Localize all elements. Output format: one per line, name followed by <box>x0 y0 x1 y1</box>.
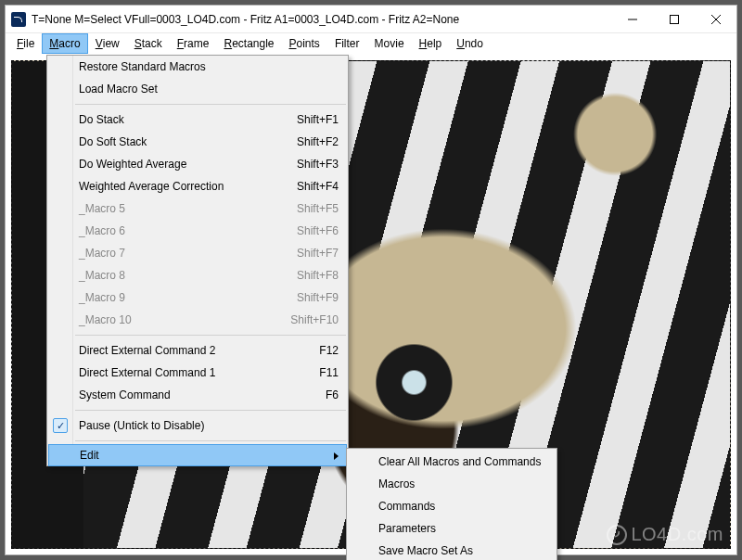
menu-item-direct-external-command-2[interactable]: Direct External Command 2F12 <box>47 339 348 362</box>
menu-item--macro-9: _Macro 9Shift+F9 <box>47 286 348 309</box>
menu-separator <box>75 335 346 336</box>
submenu-item-macros[interactable]: Macros <box>347 473 556 495</box>
titlebar: T=None M=Select VFull=0003_LO4D.com - Fr… <box>6 6 736 33</box>
menu-item--macro-6: _Macro 6Shift+F6 <box>47 220 348 242</box>
submenu-item-parameters[interactable]: Parameters <box>347 517 556 540</box>
menu-item-label: Direct External Command 1 <box>79 366 215 379</box>
menu-item-do-soft-stack[interactable]: Do Soft StackShift+F2 <box>47 131 348 153</box>
menu-separator <box>75 410 346 411</box>
macro-dropdown: Restore Standard MacrosLoad Macro SetDo … <box>46 55 349 466</box>
menu-separator <box>75 104 346 105</box>
menu-item-direct-external-command-1[interactable]: Direct External Command 1F11 <box>47 362 348 384</box>
menu-item-restore-standard-macros[interactable]: Restore Standard Macros <box>47 56 348 78</box>
menu-item-edit[interactable]: Edit <box>48 444 347 466</box>
menu-frame[interactable]: Frame <box>170 33 217 54</box>
submenu-item-save-macro-set-as[interactable]: Save Macro Set As <box>347 540 556 560</box>
menu-item-label: _Macro 8 <box>79 269 125 282</box>
menu-stack[interactable]: Stack <box>127 33 170 54</box>
menu-item-shortcut: Shift+F8 <box>297 269 339 282</box>
menu-help[interactable]: Help <box>412 33 450 54</box>
menu-item-weighted-average-correction[interactable]: Weighted Average CorrectionShift+F4 <box>47 175 348 197</box>
menu-rectangle[interactable]: Rectangle <box>216 33 281 54</box>
menu-movie[interactable]: Movie <box>367 33 412 54</box>
app-window: T=None M=Select VFull=0003_LO4D.com - Fr… <box>5 5 737 555</box>
menubar: FileMacroViewStackFrameRectanglePointsFi… <box>6 33 736 54</box>
menu-item-shortcut: Shift+F10 <box>290 313 339 326</box>
menu-item-shortcut: Shift+F6 <box>297 224 339 237</box>
app-icon <box>11 12 26 27</box>
close-button[interactable] <box>695 6 736 32</box>
watermark-icon <box>607 525 627 545</box>
menu-item-system-command[interactable]: System CommandF6 <box>47 384 348 406</box>
checkmark-icon <box>53 418 68 433</box>
menu-macro[interactable]: Macro <box>42 33 87 54</box>
menu-item-do-stack[interactable]: Do StackShift+F1 <box>47 108 348 131</box>
menu-item-label: Pause (Untick to Disable) <box>79 419 204 432</box>
menu-file[interactable]: File <box>9 33 42 54</box>
submenu-item-label: Parameters <box>378 522 436 535</box>
menu-item-label: Edit <box>80 449 99 462</box>
submenu-item-commands[interactable]: Commands <box>347 495 556 517</box>
submenu-item-label: Clear All Macros and Commands <box>378 455 541 468</box>
menu-item-shortcut: F11 <box>319 366 339 379</box>
menu-view[interactable]: View <box>88 33 127 54</box>
submenu-item-label: Save Macro Set As <box>378 544 473 557</box>
menu-undo[interactable]: Undo <box>449 33 491 54</box>
menu-item-label: _Macro 9 <box>79 291 125 304</box>
menu-item-label: _Macro 10 <box>79 313 132 326</box>
menu-item-shortcut: F12 <box>319 344 339 357</box>
menu-item-load-macro-set[interactable]: Load Macro Set <box>47 78 348 100</box>
menu-item--macro-8: _Macro 8Shift+F8 <box>47 264 348 286</box>
menu-item-label: _Macro 5 <box>79 202 125 215</box>
menu-item-label: _Macro 6 <box>79 224 125 237</box>
menu-item-shortcut: Shift+F7 <box>297 247 339 260</box>
menu-item-label: Do Stack <box>79 113 124 126</box>
submenu-item-clear-all-macros-and-commands[interactable]: Clear All Macros and Commands <box>347 451 556 473</box>
menu-item-label: _Macro 7 <box>79 247 125 260</box>
watermark-text: LO4D.com <box>631 524 723 545</box>
menu-item-pause-untick-to-disable-[interactable]: Pause (Untick to Disable) <box>47 414 348 437</box>
submenu-arrow-icon <box>334 452 339 460</box>
menu-item-do-weighted-average[interactable]: Do Weighted AverageShift+F3 <box>47 153 348 175</box>
menu-points[interactable]: Points <box>282 33 327 54</box>
menu-item-label: Load Macro Set <box>79 83 158 95</box>
menu-item-shortcut: Shift+F4 <box>297 180 339 193</box>
menu-separator <box>75 440 346 441</box>
menu-item-shortcut: F6 <box>326 388 339 401</box>
maximize-button[interactable] <box>653 6 695 32</box>
minimize-button[interactable] <box>611 6 653 32</box>
menu-item-label: Direct External Command 2 <box>79 344 215 357</box>
menu-item-shortcut: Shift+F9 <box>297 291 339 304</box>
submenu-item-label: Commands <box>378 500 435 513</box>
menu-item-label: Do Weighted Average <box>79 158 186 171</box>
watermark: LO4D.com <box>607 524 723 545</box>
submenu-item-label: Macros <box>378 477 415 490</box>
edit-submenu: Clear All Macros and CommandsMacrosComma… <box>346 448 557 560</box>
menu-item-shortcut: Shift+F5 <box>297 202 339 215</box>
menu-filter[interactable]: Filter <box>327 33 367 54</box>
menu-item-label: Weighted Average Correction <box>79 180 224 193</box>
window-title: T=None M=Select VFull=0003_LO4D.com - Fr… <box>32 13 611 26</box>
menu-item--macro-7: _Macro 7Shift+F7 <box>47 242 348 264</box>
menu-item-label: Restore Standard Macros <box>79 60 206 73</box>
menu-item-label: Do Soft Stack <box>79 135 147 148</box>
window-controls <box>611 6 736 32</box>
menu-item-shortcut: Shift+F2 <box>297 135 339 148</box>
menu-item-label: System Command <box>79 388 171 401</box>
menu-item-shortcut: Shift+F1 <box>297 113 339 126</box>
menu-item--macro-5: _Macro 5Shift+F5 <box>47 197 348 220</box>
svg-rect-1 <box>670 15 678 23</box>
menu-item--macro-10: _Macro 10Shift+F10 <box>47 309 348 331</box>
menu-item-shortcut: Shift+F3 <box>297 158 339 171</box>
